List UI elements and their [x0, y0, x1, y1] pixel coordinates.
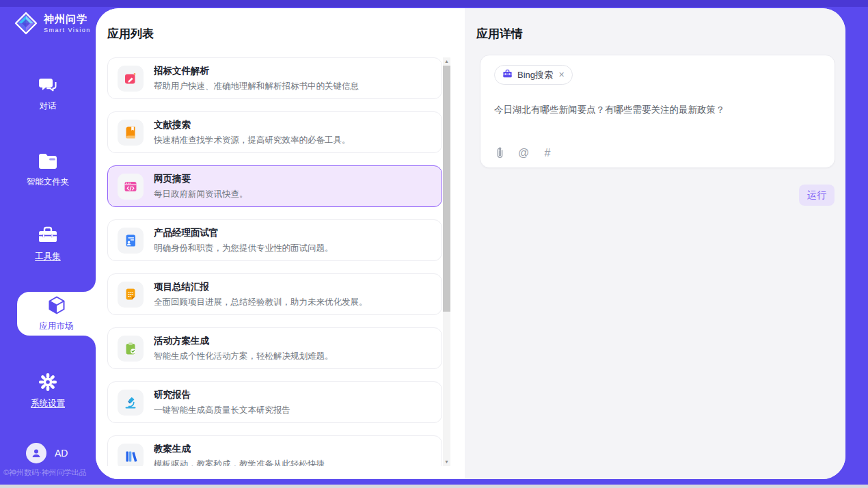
microscope-icon [118, 390, 144, 416]
sidebar-item-label: 工具集 [35, 251, 61, 262]
copyright-footer: ©神州数码·神州问学出品 [3, 467, 87, 478]
app-card-title: 项目总结汇报 [154, 281, 368, 293]
app-card-desc: 帮助用户快速、准确地理解和解析招标书中的关键信息 [154, 81, 359, 92]
user-account[interactable]: AD [26, 443, 68, 463]
app-card-desc: 一键智能生成高质量长文本研究报告 [154, 405, 290, 416]
sidebar-item-app-market-active[interactable]: 应用市场 [17, 292, 96, 336]
briefcase-icon [502, 69, 513, 81]
cube-icon [46, 295, 67, 318]
scroll-down-arrow-icon[interactable]: ▼ [443, 458, 450, 466]
app-list-title: 应用列表 [107, 26, 154, 42]
toolbox-icon [38, 226, 58, 247]
chip-close-icon[interactable]: ✕ [558, 70, 565, 79]
browser-code-icon [118, 174, 144, 200]
folder-icon [38, 152, 58, 173]
app-card-desc: 全面回顾项目进展，总结经验教训，助力未来优化发展。 [154, 297, 368, 308]
composer-toolbar: @ # [492, 146, 555, 161]
query-input[interactable]: 今日湖北有哪些新闻要点？有哪些需要关注的最新政策？ [494, 103, 821, 117]
app-card-title: 网页摘要 [154, 173, 248, 185]
prompt-card: Bing搜索 ✕ 今日湖北有哪些新闻要点？有哪些需要关注的最新政策？ @ # [480, 55, 835, 168]
app-card-web-summary-selected[interactable]: 网页摘要 每日政府新闻资讯快查。 [107, 165, 442, 207]
hash-icon[interactable]: # [540, 146, 555, 161]
note-icon [118, 282, 144, 308]
app-card-desc: 每日政府新闻资讯快查。 [154, 189, 248, 200]
app-list-scrollbar[interactable]: ▲ ▼ [443, 57, 450, 466]
books-icon [118, 444, 144, 467]
sidebar-item-label: 对话 [40, 100, 57, 112]
app-card-desc: 智能生成个性化活动方案，轻松解决规划难题。 [154, 351, 334, 362]
app-list-panel: 应用列表 招标文件解析 帮助用户快速、准确地理解和解析招标书中的关键信息 [96, 8, 465, 479]
app-card-event-plan[interactable]: 活动方案生成 智能生成个性化活动方案，轻松解决规划难题。 [107, 327, 442, 369]
active-tab-fillet-top [82, 278, 96, 292]
document-person-icon [118, 228, 144, 254]
app-list: 招标文件解析 帮助用户快速、准确地理解和解析招标书中的关键信息 文献搜索 [107, 57, 444, 466]
user-initials: AD [55, 448, 68, 459]
app-card-title: 活动方案生成 [154, 335, 334, 347]
app-card-research-report[interactable]: 研究报告 一键智能生成高质量长文本研究报告 [107, 381, 442, 423]
diamond-logo-icon [14, 11, 38, 36]
sidebar-item-settings[interactable]: 系统设置 [0, 372, 96, 409]
pen-document-icon [118, 66, 144, 92]
run-button[interactable]: 运行 [799, 185, 835, 206]
app-card-desc: 快速精准查找学术资源，提高研究效率的必备工具。 [154, 135, 351, 146]
brand-logo: 神州问学 Smart Vision [14, 11, 91, 36]
sidebar-item-label: 应用市场 [40, 321, 74, 332]
app-card-title: 招标文件解析 [154, 65, 359, 77]
clipboard-check-icon [118, 336, 144, 362]
sidebar-item-toolset[interactable]: 工具集 [0, 226, 96, 262]
sidebar: 神州问学 Smart Vision 对话 智能文件夹 [0, 7, 96, 485]
app-card-desc: 模板驱动，教案秒成，教学准备从此轻松快捷 [154, 459, 325, 467]
app-card-pm-interviewer[interactable]: 产品经理面试官 明确身份和职责，为您提供专业性的面试问题。 [107, 219, 442, 261]
book-icon [118, 120, 144, 146]
app-card-project-summary[interactable]: 项目总结汇报 全面回顾项目进展，总结经验教训，助力未来优化发展。 [107, 273, 442, 315]
active-tab-fillet-bottom [82, 336, 96, 349]
user-avatar-icon [26, 443, 46, 463]
brand-name: 神州问学 [44, 13, 91, 26]
sidebar-item-smart-folder[interactable]: 智能文件夹 [0, 152, 96, 188]
app-card-bid-parsing[interactable]: 招标文件解析 帮助用户快速、准确地理解和解析招标书中的关键信息 [107, 57, 442, 99]
at-icon[interactable]: @ [516, 146, 531, 161]
main-content: 应用列表 招标文件解析 帮助用户快速、准确地理解和解析招标书中的关键信息 [96, 8, 845, 479]
chat-icon [38, 75, 58, 97]
app-card-title: 教案生成 [154, 443, 325, 455]
app-card-literature-search[interactable]: 文献搜索 快速精准查找学术资源，提高研究效率的必备工具。 [107, 111, 442, 153]
brand-subtitle: Smart Vision [44, 27, 91, 33]
tool-chip-bing-search[interactable]: Bing搜索 ✕ [494, 65, 573, 85]
app-window: 神州问学 Smart Vision 对话 智能文件夹 [0, 0, 868, 488]
sidebar-item-chat[interactable]: 对话 [0, 75, 96, 112]
app-card-title: 研究报告 [154, 389, 290, 401]
sidebar-item-label: 智能文件夹 [27, 176, 70, 188]
sidebar-item-label: 系统设置 [31, 398, 65, 409]
app-card-title: 产品经理面试官 [154, 227, 334, 239]
app-detail-title: 应用详情 [476, 26, 523, 42]
tool-chip-label: Bing搜索 [517, 69, 553, 81]
app-card-desc: 明确身份和职责，为您提供专业性的面试问题。 [154, 243, 334, 254]
app-card-title: 文献搜索 [154, 119, 351, 131]
scroll-up-arrow-icon[interactable]: ▲ [443, 57, 450, 66]
window-bottom-strip [0, 485, 868, 488]
app-detail-panel: 应用详情 Bing搜索 ✕ 今日湖北有哪些新 [465, 8, 845, 479]
gear-icon [38, 372, 57, 394]
paperclip-icon[interactable] [492, 146, 507, 161]
scrollbar-thumb[interactable] [443, 66, 450, 312]
app-card-lesson-plan[interactable]: 教案生成 模板驱动，教案秒成，教学准备从此轻松快捷 [107, 435, 442, 466]
window-top-strip [0, 0, 868, 7]
